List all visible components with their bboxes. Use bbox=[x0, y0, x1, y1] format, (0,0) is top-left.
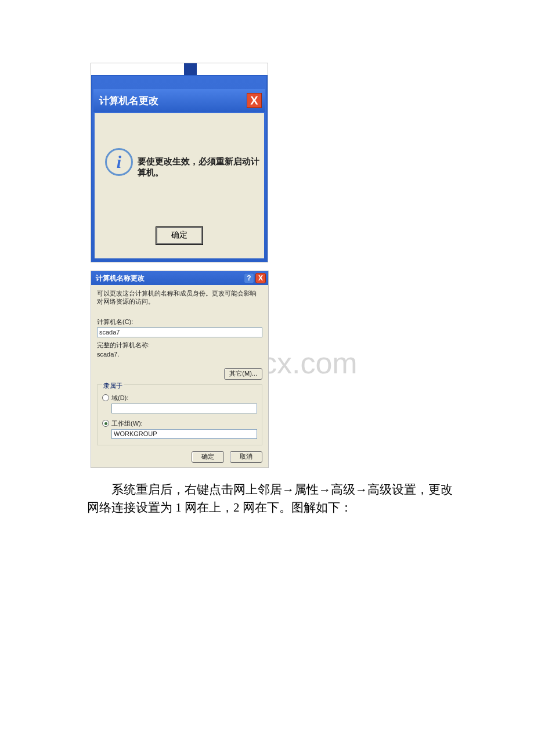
dialog-frame: 计算机名更改 X i 要使更改生效，必须重新启动计算机。 确定 bbox=[91, 75, 268, 262]
close-icon[interactable]: X bbox=[247, 93, 262, 108]
domain-input[interactable] bbox=[111, 404, 257, 413]
membership-groupbox: 隶属于 域(D): 工作组(W): WORKGROUP bbox=[97, 384, 262, 445]
radio-dot-icon bbox=[104, 422, 107, 425]
groupbox-label: 隶属于 bbox=[102, 381, 124, 390]
full-computer-name-value: scada7. bbox=[97, 351, 262, 358]
dialog-title: 计算机名更改 bbox=[99, 94, 158, 107]
computer-name-input[interactable]: scada7 bbox=[97, 327, 262, 337]
computer-name-label: 计算机名(C): bbox=[97, 318, 262, 326]
ok-button[interactable]: 确定 bbox=[156, 227, 203, 244]
dialog-computer-name-change: 计算机名称更改 ? X 可以更改这台计算机的名称和成员身份。更改可能会影响对网络… bbox=[91, 271, 269, 468]
ok-button[interactable]: 确定 bbox=[192, 451, 224, 463]
workgroup-input[interactable]: WORKGROUP bbox=[111, 429, 257, 439]
dialog-restart-required: 计算机名更改 X i 要使更改生效，必须重新启动计算机。 确定 bbox=[91, 63, 268, 262]
workgroup-radio[interactable] bbox=[102, 420, 109, 427]
domain-radio-row[interactable]: 域(D): bbox=[102, 394, 257, 402]
dialog-body: 可以更改这台计算机的名称和成员身份。更改可能会影响对网络资源的访问。 计算机名(… bbox=[91, 285, 268, 467]
full-computer-name-label: 完整的计算机名称: bbox=[97, 341, 262, 350]
dialog-body: i 要使更改生效，必须重新启动计算机。 确定 bbox=[95, 113, 264, 258]
cancel-button[interactable]: 取消 bbox=[230, 451, 262, 463]
domain-radio[interactable] bbox=[102, 394, 109, 401]
title-bar: 计算机名更改 X bbox=[93, 89, 265, 112]
workgroup-radio-label: 工作组(W): bbox=[111, 419, 143, 428]
other-button[interactable]: 其它(M)... bbox=[224, 368, 262, 380]
dialog-description: 可以更改这台计算机的名称和成员身份。更改可能会影响对网络资源的访问。 bbox=[97, 290, 262, 306]
body-paragraph: 系统重启后，右键点击网上邻居→属性→高级→高级设置，更改网络连接设置为 1 网在… bbox=[87, 481, 464, 517]
dialog-title: 计算机名称更改 bbox=[96, 273, 145, 283]
workgroup-radio-row[interactable]: 工作组(W): bbox=[102, 419, 257, 428]
title-bar: 计算机名称更改 ? X bbox=[91, 271, 268, 285]
close-icon[interactable]: X bbox=[255, 273, 266, 283]
help-icon[interactable]: ? bbox=[244, 273, 254, 283]
info-icon-glyph: i bbox=[117, 152, 121, 172]
info-icon: i bbox=[105, 148, 133, 176]
domain-radio-label: 域(D): bbox=[111, 394, 128, 402]
dialog-message: 要使更改生效，必须重新启动计算机。 bbox=[138, 156, 259, 178]
